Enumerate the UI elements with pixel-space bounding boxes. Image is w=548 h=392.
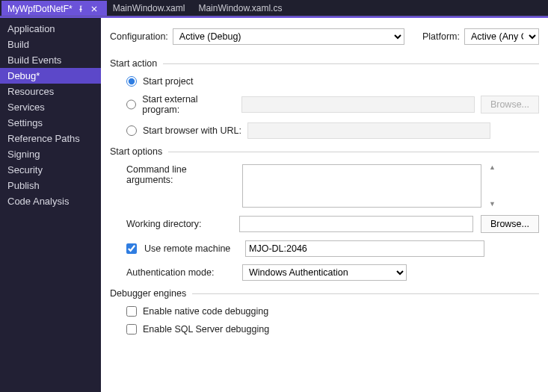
remote-machine-input[interactable] bbox=[245, 240, 484, 257]
sidebar-item-application[interactable]: Application bbox=[0, 21, 101, 37]
sidebar-item-build[interactable]: Build bbox=[0, 37, 101, 52]
sidebar-item-services[interactable]: Services bbox=[0, 99, 101, 115]
radio-start-project[interactable] bbox=[126, 76, 137, 87]
cmd-args-input[interactable] bbox=[242, 164, 481, 208]
section-title: Start options bbox=[110, 146, 162, 157]
radio-label: Start project bbox=[143, 76, 193, 87]
configuration-row: Configuration: Active (Debug) Platform: … bbox=[110, 25, 539, 55]
sidebar-item-reference-paths[interactable]: Reference Paths bbox=[0, 131, 101, 146]
section-debugger-engines: Debugger engines Enable native code debu… bbox=[110, 288, 539, 335]
tab-label: MainWindow.xaml.cs bbox=[198, 3, 282, 13]
radio-label: Start browser with URL: bbox=[143, 125, 241, 136]
native-debug-label: Enable native code debugging bbox=[143, 306, 268, 317]
sidebar-item-build-events[interactable]: Build Events bbox=[0, 52, 101, 68]
auth-mode-label: Authentication mode: bbox=[126, 267, 235, 278]
project-properties-window: MyWpfDotNetF* MainWindow.xaml MainWindow… bbox=[0, 0, 548, 392]
remote-machine-label: Use remote machine bbox=[144, 243, 238, 254]
tab-project-properties[interactable]: MyWpfDotNetF* bbox=[1, 1, 107, 16]
tab-mainwindow-xaml-cs[interactable]: MainWindow.xaml.cs bbox=[192, 1, 289, 16]
section-start-options: Start options Command line arguments: ▲▼… bbox=[110, 146, 539, 281]
sql-debug-checkbox[interactable] bbox=[126, 324, 137, 335]
sidebar-item-resources[interactable]: Resources bbox=[0, 84, 101, 99]
section-title: Debugger engines bbox=[110, 288, 186, 299]
pin-icon[interactable] bbox=[76, 4, 86, 14]
platform-select[interactable]: Active (Any CPU) bbox=[464, 28, 539, 45]
close-icon[interactable] bbox=[89, 4, 99, 14]
remote-machine-checkbox[interactable] bbox=[126, 243, 137, 254]
working-dir-input[interactable] bbox=[239, 216, 472, 232]
auth-mode-select[interactable]: Windows Authentication bbox=[242, 264, 407, 281]
radio-label: Start external program: bbox=[142, 94, 235, 115]
native-debug-checkbox[interactable] bbox=[126, 306, 137, 317]
sql-debug-label: Enable SQL Server debugging bbox=[143, 324, 269, 335]
external-program-input[interactable] bbox=[241, 96, 475, 113]
configuration-label: Configuration: bbox=[110, 31, 168, 42]
section-title: Start action bbox=[110, 58, 157, 69]
sidebar-item-settings[interactable]: Settings bbox=[0, 115, 101, 131]
textarea-scroll-hints: ▲▼ bbox=[489, 164, 496, 208]
tab-mainwindow-xaml[interactable]: MainWindow.xaml bbox=[107, 1, 193, 16]
browse-working-dir-button[interactable]: Browse... bbox=[481, 215, 539, 233]
radio-start-external[interactable] bbox=[126, 99, 136, 110]
sidebar-item-signing[interactable]: Signing bbox=[0, 146, 101, 162]
sidebar-item-security[interactable]: Security bbox=[0, 162, 101, 178]
body: Application Build Build Events Debug* Re… bbox=[0, 16, 548, 392]
browse-external-button[interactable]: Browse... bbox=[481, 96, 539, 113]
section-start-action: Start action Start project Start externa… bbox=[110, 58, 539, 139]
properties-sidebar: Application Build Build Events Debug* Re… bbox=[0, 18, 101, 392]
sidebar-item-debug[interactable]: Debug* bbox=[0, 68, 101, 84]
debug-page: Configuration: Active (Debug) Platform: … bbox=[101, 18, 548, 392]
divider-line bbox=[168, 152, 539, 152]
divider-line bbox=[163, 63, 539, 64]
platform-label: Platform: bbox=[422, 31, 460, 42]
radio-start-browser[interactable] bbox=[126, 125, 137, 136]
document-tabbar: MyWpfDotNetF* MainWindow.xaml MainWindow… bbox=[0, 0, 548, 16]
working-dir-label: Working directory: bbox=[126, 219, 232, 229]
tab-label: MainWindow.xaml bbox=[113, 3, 185, 13]
cmd-args-label: Command line arguments: bbox=[126, 164, 235, 185]
tab-label: MyWpfDotNetF* bbox=[7, 4, 73, 14]
sidebar-item-publish[interactable]: Publish bbox=[0, 178, 101, 193]
configuration-select[interactable]: Active (Debug) bbox=[173, 28, 404, 45]
sidebar-item-code-analysis[interactable]: Code Analysis bbox=[0, 193, 101, 209]
divider-line bbox=[192, 293, 539, 294]
browser-url-input[interactable] bbox=[247, 122, 490, 139]
